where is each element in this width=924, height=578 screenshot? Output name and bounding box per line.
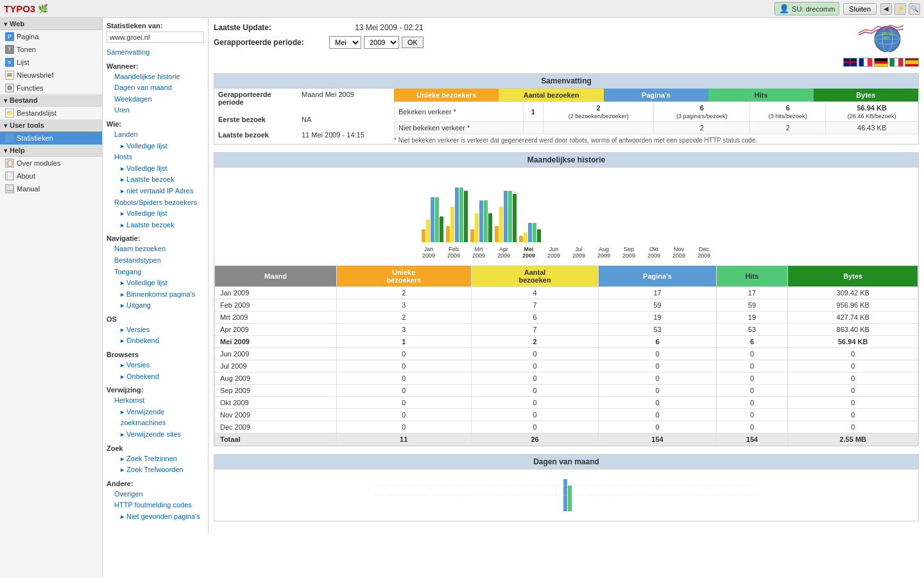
bar-Mrt-4 bbox=[488, 213, 492, 242]
nav-herkomst[interactable]: Herkomst bbox=[107, 395, 204, 407]
samenvatting-content: GerapporteerdeperiodeMaand Mei 2009 Eers… bbox=[214, 89, 918, 144]
main-layout: Web P Pagina T Tonen ≡ Lijst ✉ Nieuwsbri… bbox=[0, 18, 924, 578]
sidebar-item-manual[interactable]: 📖 Manual bbox=[0, 182, 102, 195]
sidebar-label-about: About bbox=[17, 172, 35, 180]
year-select[interactable]: 200920082007 bbox=[364, 36, 399, 49]
nav-hosts-volledig[interactable]: ▸ Volledige lijst bbox=[107, 163, 204, 175]
cell-bekeken-hits: 6(3 hits/bezoek) bbox=[750, 102, 826, 122]
month-label-Feb: Feb2009 bbox=[443, 246, 465, 259]
nav-robots[interactable]: Robots/Spiders bezoekers bbox=[107, 197, 204, 209]
nav-browsers-versies[interactable]: ▸ Versies bbox=[107, 360, 204, 371]
dagen-chart bbox=[214, 469, 918, 521]
month-label-Dec: Dec2009 bbox=[693, 246, 715, 259]
nav-robots-volledig[interactable]: ▸ Volledige lijst bbox=[107, 208, 204, 220]
table-row: Mei 2009126656.94 KB bbox=[215, 336, 918, 348]
table-row: Totaal11261541542.55 MB bbox=[215, 434, 918, 446]
bar-Mei-4 bbox=[537, 229, 541, 242]
logo-leaf-icon: 🌿 bbox=[38, 4, 48, 13]
nav-http-fout[interactable]: HTTP foutmelding codes bbox=[107, 500, 204, 511]
cell-niet-bekeken-hits: 2 bbox=[750, 122, 826, 134]
nav-uitgang[interactable]: ▸ Uitgang bbox=[107, 300, 204, 311]
month-select[interactable]: Mei JanFebMrtApr JunJulAugSep OktNovDec bbox=[329, 36, 361, 49]
sidebar-item-pagina[interactable]: P Pagina bbox=[0, 30, 102, 43]
back-icon[interactable]: ◀ bbox=[880, 3, 892, 15]
list-icon: ≡ bbox=[5, 58, 14, 67]
bar-Mrt-3 bbox=[484, 200, 488, 242]
cell-bekeken-unique: 1 bbox=[523, 102, 543, 122]
table-row: Nov 200900000 bbox=[215, 409, 918, 421]
sidebar-item-lijst[interactable]: ≡ Lijst bbox=[0, 56, 102, 69]
su-info: 👤 SU: drecomm bbox=[774, 2, 839, 15]
sidebar-section-help[interactable]: Help bbox=[0, 144, 102, 157]
sidebar-label-over-modules: Over modules bbox=[17, 159, 60, 167]
sidebar-item-nieuwsbrief[interactable]: ✉ Nieuwsbrief bbox=[0, 69, 102, 82]
nav-verwijzende-sites[interactable]: ▸ Verwijzende sites bbox=[107, 429, 204, 441]
sidebar-item-about[interactable]: 📄 About bbox=[0, 170, 102, 182]
nav-os-onbekend[interactable]: ▸ Onbekend bbox=[107, 335, 204, 347]
show-icon: T bbox=[5, 45, 14, 54]
nav-maandelijkse-historie[interactable]: Maandelijkse historie bbox=[107, 71, 204, 83]
bar-Mei-3 bbox=[533, 223, 536, 242]
nav-niet-gevonden[interactable]: ▸ Niet gevonden pagina's bbox=[107, 511, 204, 523]
nav-toegang[interactable]: Toegang bbox=[107, 267, 204, 278]
lightning-icon[interactable]: ⚡ bbox=[894, 3, 906, 15]
nav-os-versies[interactable]: ▸ Versies bbox=[107, 324, 204, 336]
table-row: Okt 200900000 bbox=[215, 397, 918, 409]
nav-samenvatting[interactable]: Samenvatting bbox=[107, 47, 204, 58]
nav-weekdagen[interactable]: Weekdagen bbox=[107, 94, 204, 105]
nav-landen-volledig[interactable]: ▸ Volledige lijst bbox=[107, 141, 204, 152]
nav-hosts[interactable]: Hosts bbox=[107, 152, 204, 163]
flag-it bbox=[889, 58, 903, 67]
nav-header-andere: Andere: bbox=[107, 480, 204, 487]
nav-zoek-trefwoorden[interactable]: ▸ Zoek Trefwoorden bbox=[107, 464, 204, 476]
sidebar-item-tonen[interactable]: T Tonen bbox=[0, 43, 102, 56]
search-icon[interactable]: 🔍 bbox=[909, 3, 920, 15]
nav-binnenkomst[interactable]: ▸ Binnenkomst pagina's bbox=[107, 289, 204, 301]
nav-zoekmachines[interactable]: ▸ Verwijzende zoekmachines bbox=[107, 407, 204, 429]
sidebar-label-functies: Functies bbox=[17, 84, 44, 92]
nav-overigen[interactable]: Overigen bbox=[107, 489, 204, 500]
nav-browsers-onbekend[interactable]: ▸ Onbekend bbox=[107, 371, 204, 383]
sidebar-section-web[interactable]: Web bbox=[0, 18, 102, 30]
sidebar-item-bestandslijst[interactable]: 📁 Bestandslijst bbox=[0, 107, 102, 119]
sidebar-section-usertools[interactable]: User tools bbox=[0, 119, 102, 132]
hdr-pages: Pagina's bbox=[604, 89, 708, 101]
topbar: TYPO3 🌿 👤 SU: drecomm Sluiten ◀ ⚡ 🔍 bbox=[0, 0, 924, 18]
nav-bestandstypen[interactable]: Bestandstypen bbox=[107, 255, 204, 267]
row-niet-bekeken: Niet bekeken verkeer * 2 2 46.43 KB bbox=[395, 122, 918, 134]
nav-robots-laatste[interactable]: ▸ Laatste bezoek bbox=[107, 220, 204, 231]
nav-dagen-van-maand[interactable]: Dagen van maand bbox=[107, 82, 204, 94]
nav-toegang-volledig[interactable]: ▸ Volledige lijst bbox=[107, 277, 204, 289]
nav-naam-bezoeken[interactable]: Naam bezoeken bbox=[107, 243, 204, 255]
ok-button[interactable]: OK bbox=[402, 37, 424, 48]
nav-uren[interactable]: Uren bbox=[107, 105, 204, 116]
table-row: Sep 200900000 bbox=[215, 385, 918, 397]
topbar-right: 👤 SU: drecomm Sluiten ◀ ⚡ 🔍 bbox=[774, 2, 920, 15]
nav-hosts-laatste[interactable]: ▸ Laatste bezoek bbox=[107, 174, 204, 186]
su-label: SU: drecomm bbox=[792, 5, 835, 13]
logo: TYPO3 🌿 bbox=[4, 3, 48, 14]
close-button[interactable]: Sluiten bbox=[843, 3, 877, 15]
nav-landen[interactable]: Landen bbox=[107, 129, 204, 141]
bar-Feb-1 bbox=[450, 207, 454, 242]
nav-zoek-trefzinnen[interactable]: ▸ Zoek Trefzinnen bbox=[107, 453, 204, 465]
sidebar-label-statistieken: Statistieken bbox=[17, 134, 53, 142]
sidebar-label-tonen: Tonen bbox=[17, 46, 36, 53]
field-value-laatste: 11 Mei 2009 - 14:15 bbox=[298, 129, 394, 144]
sidebar-item-functies[interactable]: ⚙ Functies bbox=[0, 82, 102, 94]
bar-Jan-3 bbox=[435, 197, 439, 242]
nav-hosts-ip[interactable]: ▸ niet vertaald IP Adres bbox=[107, 186, 204, 197]
last-update-value: 13 Mei 2009 - 02:21 bbox=[355, 23, 424, 32]
sidebar-item-over-modules[interactable]: 📋 Over modules bbox=[0, 157, 102, 170]
content-wrapper: Statistieken van: www.groei.nl Samenvatt… bbox=[103, 18, 924, 534]
maandelijkse-title: Maandelijkse historie bbox=[214, 153, 918, 168]
month-label-Mrt: Mrt2009 bbox=[468, 246, 490, 259]
right-content: Laatste Update: 13 Mei 2009 - 02:21 Gera… bbox=[209, 18, 924, 534]
bar-Apr-2 bbox=[504, 191, 508, 242]
sidebar-item-statistieken[interactable]: Statistieken bbox=[0, 132, 102, 144]
nav-header-zoek: Zoek bbox=[107, 444, 204, 452]
sidebar-section-bestand[interactable]: Bestand bbox=[0, 94, 102, 107]
monthly-table-body: Jan 2009241717309.42 KBFeb 2009375959956… bbox=[215, 287, 918, 446]
last-update-row: Laatste Update: 13 Mei 2009 - 02:21 bbox=[214, 23, 830, 32]
sidebar-label-pagina: Pagina bbox=[17, 33, 38, 40]
